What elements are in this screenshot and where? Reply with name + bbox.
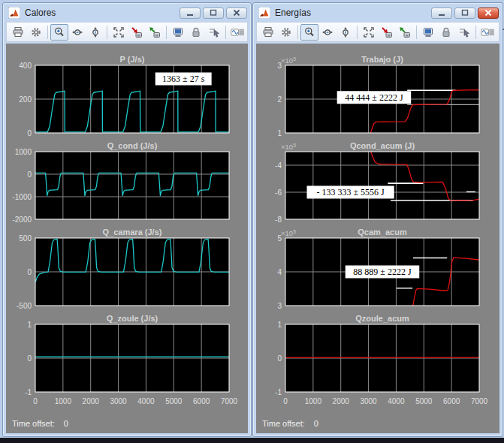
scope-canvas: 1363 ± 27 sP (J/s)0200400 Q_cond (J/s)-2… [6,44,248,433]
dock-button[interactable] [496,24,504,41]
signal-selection-button[interactable] [455,24,473,41]
y-tick-label: 1 [277,129,282,137]
signal-selection-icon [458,26,470,38]
x-tick-label: 1000 [55,397,72,405]
chart-title: P (J/s) [120,56,145,64]
annotation-text: 44 444 ± 2222 J [345,92,403,103]
y-tick-label: -6 [275,188,282,197]
floating-scope-button[interactable] [419,24,437,41]
y-tick-label: -2000 [12,215,32,224]
x-tick-label: 4000 [388,397,405,405]
lock-axes-button[interactable] [187,24,205,41]
time-offset-label: Time offset: [12,419,55,428]
zoom-y-button[interactable] [86,24,104,41]
minimize-button[interactable] [180,8,201,19]
zoom-x-button[interactable] [68,24,86,41]
x-tick-label: 0 [33,397,38,405]
titlebar[interactable]: Calores [3,3,251,21]
zoom-y-icon [340,26,352,38]
chart-qzoule_acum: Qzoule_acum-1010100020003000400050006000… [258,315,496,416]
y-tick-label: 500 [19,234,32,243]
y-tick-label: 3 [277,302,282,310]
close-button[interactable] [226,8,247,19]
toolbar-separator [107,26,107,39]
minimize-button[interactable] [431,8,452,19]
x-tick-label: 2000 [333,397,350,405]
signal-viewer-icon [231,26,244,38]
time-offset-label: Time offset: [262,419,305,428]
matlab-icon [258,7,270,19]
restore-axes-button[interactable] [396,24,414,41]
print-button[interactable] [9,24,27,41]
window-calores: Calores 1363 ± 27 sP (J/s)0200400 Q_cond… [2,2,252,437]
zoom-button[interactable] [300,24,318,41]
taskbar [0,438,504,443]
annotation-text: 88 889 ± 2222 J [353,267,412,277]
toolbar-separator [47,26,48,39]
y-tick-label: 0 [27,129,32,137]
zoom-icon [303,26,315,38]
lock-icon [190,26,202,38]
chart-title: Qcond_acum (J) [350,142,415,150]
plot-qzoule-acum[interactable]: Qzoule_acum-1010100020003000400050006000… [258,315,499,416]
plot-q-cond[interactable]: Q_cond (J/s)-2000-100001000 [8,142,248,228]
close-button[interactable] [478,8,499,19]
zoom-y-button[interactable] [337,24,355,41]
zoom-y-icon [89,26,101,38]
plot-q-camara[interactable]: Q_camara (J/s)-5000500 [8,228,248,315]
y-tick-label: 200 [19,95,32,104]
plot-qcond-acum[interactable]: - 133 333 ± 5556 JQcond_acum (J)×105-8-6… [258,142,499,228]
matlab-icon [8,7,20,19]
zoom-button[interactable] [50,24,68,41]
y-tick-label: -8 [275,215,282,224]
parameters-button[interactable] [277,24,295,41]
y-tick-label: 0 [277,354,282,363]
autoscale-button[interactable] [360,24,378,41]
annotation-text: 1363 ± 27 s [162,74,205,84]
signal-viewer-button[interactable] [478,24,496,41]
y-tick-label: 5 [277,234,282,243]
x-tick-label: 2000 [83,397,100,405]
floating-scope-icon [422,26,434,38]
x-tick-label: 4000 [137,397,155,405]
lock-axes-button[interactable] [437,24,455,41]
x-tick-label: 5000 [415,397,433,405]
floating-scope-button[interactable] [169,24,187,41]
plot-q-zoule[interactable]: Q_zoule (J/s)-10101000200030004000500060… [8,315,248,416]
time-offset: Time offset:0 [258,416,499,428]
chart-q_zoule: Q_zoule (J/s)-10101000200030004000500060… [8,315,246,416]
signal-viewer-button[interactable] [228,24,246,41]
lock-icon [440,26,452,38]
annotation-text: - 133 333 ± 5556 J [316,187,385,197]
save-axes-button[interactable] [378,24,396,41]
plot-p[interactable]: 1363 ± 27 sP (J/s)0200400 [8,56,248,142]
chart-qcond_acum: - 133 333 ± 5556 JQcond_acum (J)×105-8-6… [258,142,496,228]
restore-button[interactable] [203,8,224,19]
x-tick-label: 1000 [305,397,322,405]
zoom-x-button[interactable] [318,24,337,41]
zoom-icon [53,26,65,38]
y-tick-label: -1000 [12,193,32,201]
axis-exponent: ×105 [281,229,296,237]
y-tick-label: -1 [275,388,282,396]
restore-axes-icon [149,26,161,38]
print-button[interactable] [259,24,277,41]
scope-toolbar [256,22,499,42]
signal-selection-icon [208,26,220,38]
plot-qcam-acum[interactable]: 88 889 ± 2222 JQcam_acum×105345 [258,228,499,315]
y-tick-label: 400 [19,62,32,70]
titlebar[interactable]: Energías [253,3,502,21]
restore-button[interactable] [454,8,475,19]
window-title: Energías [275,8,427,18]
save-axes-button[interactable] [128,24,146,41]
autoscale-button[interactable] [110,24,128,41]
chart-q_camara: Q_camara (J/s)-5000500 [8,228,246,315]
restore-axes-icon [399,26,411,38]
y-tick-label: -4 [275,161,282,170]
parameters-button[interactable] [27,24,45,41]
plot-trabajo[interactable]: 44 444 ± 2222 JTrabajo (J)×105123 [258,56,499,142]
chart-title: Qcam_acum [358,228,407,237]
signal-selection-button[interactable] [205,24,223,41]
gear-icon [280,26,292,38]
restore-axes-button[interactable] [146,24,164,41]
